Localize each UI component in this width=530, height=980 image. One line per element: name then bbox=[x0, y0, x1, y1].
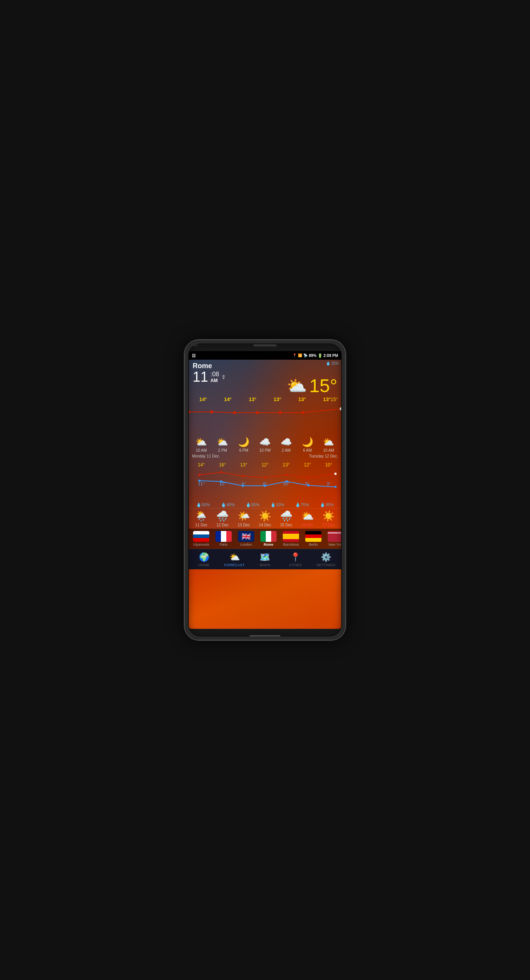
temp-label-1: 14° bbox=[220, 396, 236, 402]
status-right: 📍 📶 📡 89% 🔋 2:08 PM bbox=[292, 353, 338, 358]
hourly-section: ⛅ 10 AM ⛅ 2 PM 🌙 6 PM ☁️ 10 PM bbox=[189, 435, 341, 461]
forecast-icon: ⛅ bbox=[229, 552, 240, 562]
nav-cities[interactable]: 📍 CITIES bbox=[280, 549, 311, 569]
svg-point-4 bbox=[279, 411, 282, 414]
time-minutes: :08 bbox=[210, 371, 219, 378]
day-label-row: Monday 11 Dec. Tuesday 12 Dec. bbox=[189, 453, 341, 459]
hourly-icon-4: ☁️ bbox=[280, 437, 292, 447]
hi-6: 10° bbox=[321, 462, 336, 468]
hourly-item-5: 🌙 6 AM bbox=[298, 437, 317, 452]
day-label-0: Monday 11 Dec. bbox=[192, 454, 220, 458]
phone-screen: 🖼 📍 📶 📡 89% 🔋 2:08 PM Rome 11 :08 bbox=[189, 351, 341, 629]
hourly-item-2: 🌙 6 PM bbox=[234, 437, 253, 452]
city-item-london[interactable]: 🇬🇧 London bbox=[235, 531, 257, 546]
daily-date-6: 17 Dec bbox=[323, 523, 335, 527]
city-name-london: London bbox=[240, 543, 252, 546]
hourly-item-0: ⛅ 10 AM bbox=[191, 437, 211, 452]
share-icon[interactable]: ⇪ bbox=[221, 374, 226, 380]
city-item-paris[interactable]: Paris bbox=[213, 531, 234, 546]
hourly-time-0: 10 AM bbox=[196, 448, 207, 452]
hourly-icon-5: 🌙 bbox=[302, 437, 313, 447]
hi-1: 16° bbox=[215, 462, 230, 468]
hourly-time-5: 6 AM bbox=[303, 448, 312, 452]
cities-bar: Ulyanovsk Paris 🇬🇧 London Rome Barcelona bbox=[189, 529, 341, 549]
time-period: AM bbox=[210, 378, 219, 383]
daily-date-2: 13 Dec bbox=[238, 523, 250, 527]
phone-speaker bbox=[253, 344, 277, 347]
svg-point-16 bbox=[242, 485, 244, 487]
city-name: Rome bbox=[193, 362, 337, 370]
home-icon: 🌍 bbox=[199, 552, 209, 562]
hi-3: 12° bbox=[257, 462, 273, 468]
lo-chart-svg bbox=[189, 476, 341, 488]
hourly-row: ⛅ 10 AM ⛅ 2 PM 🌙 6 PM ☁️ 10 PM bbox=[189, 437, 341, 452]
hourly-item-3: ☁️ 10 PM bbox=[255, 437, 275, 452]
city-name-paris: Paris bbox=[220, 543, 228, 546]
city-item-newyork[interactable]: New York bbox=[325, 531, 341, 546]
hourly-icon-0: ⛅ bbox=[195, 437, 207, 447]
daily-date-5: 16 Dec bbox=[301, 523, 314, 527]
temp-label-2: 13° bbox=[245, 396, 260, 402]
svg-point-19 bbox=[307, 484, 309, 487]
daily-item-3: ☀️ 14 Dec bbox=[255, 510, 275, 527]
nav-maps[interactable]: 🗺️ MAPS bbox=[250, 549, 280, 569]
nav-settings[interactable]: ⚙️ SETTINGS bbox=[311, 549, 341, 569]
daily-date-4: 15 Dec bbox=[280, 523, 292, 527]
location-icon: 📍 bbox=[292, 353, 297, 357]
precip-0: 💧50% bbox=[193, 502, 213, 507]
city-item-barcelona[interactable]: Barcelona bbox=[280, 531, 302, 546]
flag-spain bbox=[283, 531, 299, 542]
flag-usa bbox=[328, 531, 341, 542]
daily-item-6: ☀️ 17 Dec bbox=[318, 510, 339, 527]
phone-device: 🖼 📍 📶 📡 89% 🔋 2:08 PM Rome 11 :08 bbox=[184, 339, 346, 641]
nav-home-label: HOME bbox=[198, 563, 210, 567]
cities-icon: 📍 bbox=[290, 552, 301, 562]
daily-icon-5: ⛅ bbox=[301, 510, 314, 522]
phone-home-bar bbox=[250, 635, 280, 637]
temp-label-3: 13° bbox=[270, 396, 285, 402]
svg-point-5 bbox=[302, 411, 305, 414]
daily-icon-1: 🌧️ bbox=[216, 510, 229, 522]
daily-item-5: ⛅ 16 Dec bbox=[297, 510, 318, 527]
hourly-time-2: 6 PM bbox=[239, 448, 248, 452]
nav-forecast-label: FORECAST bbox=[224, 563, 245, 567]
city-item-rome[interactable]: Rome bbox=[258, 531, 279, 546]
battery-text: 89% bbox=[309, 353, 316, 358]
temp-chart-svg bbox=[189, 404, 341, 420]
daily-date-3: 14 Dec bbox=[259, 523, 271, 527]
status-bar: 🖼 📍 📶 📡 89% 🔋 2:08 PM bbox=[189, 351, 341, 360]
city-item-ulyanovsk[interactable]: Ulyanovsk bbox=[190, 531, 212, 546]
hourly-icon-1: ⛅ bbox=[217, 437, 228, 447]
precip-5: 💧35% bbox=[317, 502, 337, 507]
hourly-time-6: 10 AM bbox=[323, 448, 334, 452]
hourly-icon-3: ☁️ bbox=[259, 437, 271, 447]
hourly-time-1: 2 PM bbox=[218, 448, 227, 452]
temp-label-right: 15° bbox=[330, 396, 338, 402]
daily-item-0: 🌦️ 11 Dec bbox=[191, 510, 211, 527]
temp-chart-2: 14° 16° 13° 12° 13° 12° 10° bbox=[189, 462, 341, 501]
precip-3: 💧10% bbox=[268, 502, 287, 507]
city-item-berlin[interactable]: Berlin bbox=[303, 531, 324, 546]
settings-icon: ⚙️ bbox=[321, 552, 331, 562]
hi-2: 13° bbox=[236, 462, 251, 468]
svg-point-17 bbox=[264, 485, 266, 487]
daily-date-0: 11 Dec bbox=[195, 523, 208, 527]
nav-cities-label: CITIES bbox=[289, 563, 302, 567]
flag-france bbox=[215, 531, 232, 542]
daily-icon-2: 🌤️ bbox=[238, 510, 250, 522]
svg-point-3 bbox=[256, 411, 259, 414]
daily-item-1: 🌧️ 12 Dec bbox=[212, 510, 233, 527]
status-left: 🖼 bbox=[192, 353, 196, 358]
nav-forecast[interactable]: ⛅ FORECAST bbox=[219, 549, 250, 569]
precip-1: 💧40% bbox=[218, 502, 238, 507]
nav-home[interactable]: 🌍 HOME bbox=[189, 549, 219, 569]
hi-5: 12° bbox=[300, 462, 315, 468]
image-icon: 🖼 bbox=[192, 353, 196, 358]
time-detail: :08 AM bbox=[210, 371, 219, 383]
hourly-time-4: 2 AM bbox=[282, 448, 291, 452]
hourly-icon-2: 🌙 bbox=[238, 437, 250, 447]
flag-germany bbox=[305, 531, 321, 542]
maps-icon: 🗺️ bbox=[260, 552, 270, 562]
city-name-newyork: New York bbox=[328, 543, 341, 546]
precip-4: 💧75% bbox=[292, 502, 312, 507]
